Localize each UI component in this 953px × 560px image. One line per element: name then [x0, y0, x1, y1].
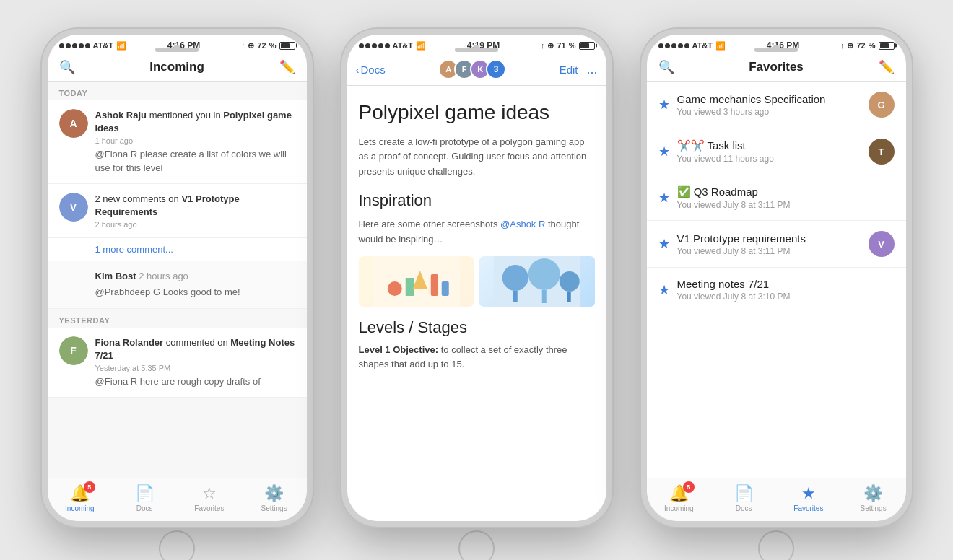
tab-incoming-3[interactable]: 🔔 5 Incoming: [647, 484, 712, 512]
bell-icon-3: 🔔 5: [669, 484, 689, 503]
doc-content: Polypixel game ideas Lets create a low-f…: [347, 86, 606, 521]
svg-rect-10: [542, 290, 547, 303]
badge-1: 5: [84, 481, 95, 493]
time-1: 4:16 PM: [167, 40, 200, 51]
chevron-left-icon: ‹: [356, 64, 360, 76]
star-icon-fav1: ★: [658, 97, 670, 113]
notif-item-1[interactable]: A Ashok Raju mentioned you in Polypixel …: [48, 100, 307, 184]
status-left-3: AT&T 📶: [658, 41, 726, 51]
svg-point-9: [528, 258, 560, 290]
docs-icon-3: 📄: [734, 484, 754, 503]
compose-icon-1[interactable]: ✏️: [279, 59, 295, 75]
notif-time-2: 2 hours ago: [95, 220, 295, 229]
compose-icon-3[interactable]: ✏️: [879, 59, 895, 75]
fav-time-5: You viewed July 8 at 3:10 PM: [677, 292, 895, 302]
doc-avatars: A F K 3: [438, 59, 506, 79]
battery-percent-3: 72: [856, 41, 865, 50]
location-icon-2: ↑: [541, 41, 545, 50]
edit-button[interactable]: Edit: [560, 64, 578, 76]
doc-images: [359, 256, 595, 307]
bluetooth-icon-2: ⊕: [547, 41, 554, 51]
notif-body-fiona: Fiona Rolander commented on Meeting Note…: [95, 336, 295, 389]
battery-percent-sign-3: %: [869, 41, 876, 50]
svg-rect-8: [513, 291, 518, 302]
fav-item-4[interactable]: ★ V1 Prototype requirements You viewed J…: [647, 221, 906, 268]
doc-participant-count: 3: [486, 59, 506, 79]
avatar-v1: V: [59, 193, 88, 222]
svg-point-7: [502, 265, 528, 291]
home-button-3[interactable]: [758, 530, 794, 560]
inspiration-title: Inspiration: [359, 191, 595, 210]
svg-point-11: [560, 271, 580, 292]
fav-item-1[interactable]: ★ Game mechanics Specification You viewe…: [647, 82, 906, 128]
nav-title-3: Favorites: [749, 60, 804, 74]
tab-settings-1[interactable]: ⚙️ Settings: [242, 484, 307, 512]
tab-label-incoming-3: Incoming: [664, 504, 694, 512]
notif-text-1: Ashok Raju mentioned you in Polypixel ga…: [95, 109, 295, 135]
battery-icon-3: [879, 42, 895, 50]
notif-subtext-1: @Fiona R please create a list of colors …: [95, 148, 295, 174]
more-button[interactable]: ...: [586, 62, 597, 77]
gear-icon-1: ⚙️: [264, 484, 284, 503]
status-left-1: AT&T 📶: [59, 41, 127, 51]
star-icon-fav3: ★: [658, 190, 670, 206]
notif-time-1: 1 hour ago: [95, 136, 295, 145]
phone3: AT&T 📶 4:16 PM ↑ ⊕ 72 %: [641, 29, 912, 527]
notif-item-fiona[interactable]: F Fiona Rolander commented on Meeting No…: [48, 328, 307, 398]
notif-subtext-fiona: @Fiona R here are rough copy drafts of: [95, 375, 295, 388]
more-comments-link[interactable]: 1 more comment...: [48, 238, 307, 261]
tab-label-docs-3: Docs: [736, 504, 752, 512]
doc-intro: Lets create a low-fi prototype of a poly…: [359, 135, 595, 180]
home-area-1: [159, 527, 195, 560]
notif-body-2: 2 new comments on V1 Prototype Requireme…: [95, 193, 295, 229]
back-button[interactable]: ‹ Docs: [356, 64, 386, 76]
search-icon-3[interactable]: 🔍: [658, 59, 674, 75]
doc-nav: ‹ Docs A F K 3 Edit ...: [347, 53, 606, 86]
fav-title-5: Meeting notes 7/21: [677, 278, 895, 290]
home-button-2[interactable]: [458, 530, 495, 560]
tab-docs-1[interactable]: 📄 Docs: [112, 484, 177, 512]
tab-bar-3: 🔔 5 Incoming 📄 Docs ★ Favorites ⚙: [647, 478, 906, 521]
gear-icon-3: ⚙️: [863, 484, 883, 503]
location-icon-3: ↑: [840, 41, 845, 50]
fav-body-2: ✂️✂️ Task list You viewed 11 hours ago: [677, 139, 861, 164]
time-3: 4:16 PM: [767, 40, 799, 51]
svg-rect-12: [567, 292, 571, 302]
tab-settings-3[interactable]: ⚙️ Settings: [841, 484, 906, 512]
notif-item-kim[interactable]: Kim Bost 2 hours ago @Prabhdeep G Looks …: [48, 261, 307, 308]
signal-3: [658, 43, 689, 48]
fav-item-5[interactable]: ★ Meeting notes 7/21 You viewed July 8 a…: [647, 268, 906, 312]
search-icon-1[interactable]: 🔍: [59, 59, 75, 75]
fav-item-3[interactable]: ★ ✅ Q3 Roadmap You viewed July 8 at 3:11…: [647, 175, 906, 221]
bluetooth-icon-1: ⊕: [248, 41, 254, 51]
fav-avatar-4: V: [869, 231, 895, 257]
avatar-ashok: A: [59, 109, 88, 138]
ashok-mention[interactable]: @Ashok R: [500, 219, 545, 229]
fav-time-2: You viewed 11 hours ago: [677, 154, 861, 164]
battery-percent-sign-1: %: [269, 41, 277, 50]
battery-percent-sign-2: %: [569, 41, 576, 50]
status-bar-3: AT&T 📶 4:16 PM ↑ ⊕ 72 %: [647, 35, 906, 53]
phone1: AT&T 📶 4:16 PM ↑ ⊕ 72 %: [42, 29, 313, 527]
fav-title-4: V1 Prototype requirements: [677, 232, 861, 245]
tab-favorites-1[interactable]: ☆ Favorites: [177, 484, 242, 512]
tab-label-docs-1: Docs: [136, 504, 153, 512]
svg-rect-4: [430, 274, 438, 296]
status-right-3: ↑ ⊕ 72 %: [840, 41, 895, 51]
status-right-1: ↑ ⊕ 72 %: [241, 41, 295, 51]
level-text: Level 1 Objective: to collect a set of e…: [359, 343, 595, 373]
tab-favorites-3[interactable]: ★ Favorites: [776, 484, 841, 512]
status-bar-1: AT&T 📶 4:16 PM ↑ ⊕ 72 %: [48, 35, 307, 53]
tab-label-settings-3: Settings: [861, 504, 887, 512]
home-button-1[interactable]: [159, 530, 195, 560]
tab-incoming-1[interactable]: 🔔 5 Incoming: [48, 484, 113, 512]
wifi-icon-3: 📶: [715, 41, 726, 51]
fav-title-3: ✅ Q3 Roadmap: [677, 185, 895, 198]
star-icon-fav2: ★: [658, 144, 670, 159]
doc-image-1: [359, 256, 474, 307]
favorites-content: ★ Game mechanics Specification You viewe…: [647, 82, 906, 478]
notif-item-2[interactable]: V 2 new comments on V1 Prototype Require…: [48, 184, 307, 238]
phone2-wrapper: AT&T 📶 4:19 PM ↑ ⊕ 71 %: [341, 29, 612, 560]
fav-item-2[interactable]: ★ ✂️✂️ Task list You viewed 11 hours ago…: [647, 128, 906, 175]
tab-docs-3[interactable]: 📄 Docs: [711, 484, 776, 512]
